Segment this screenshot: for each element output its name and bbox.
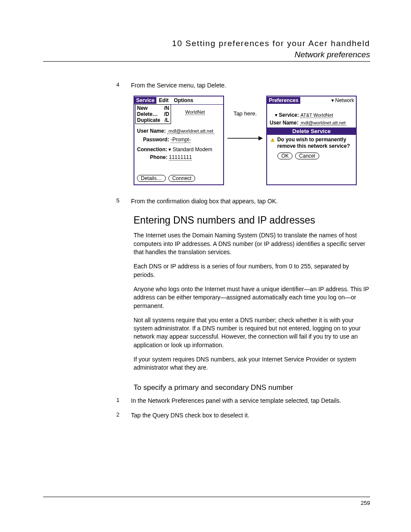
menu-edit[interactable]: Edit bbox=[156, 97, 171, 103]
step-text: In the Network Preferences panel with a … bbox=[131, 397, 370, 405]
row-username: User Name: mdl@worldnet.att.net bbox=[270, 120, 353, 126]
illustration-row: Service Edit Options New/N Delete…/D Dup… bbox=[134, 96, 370, 185]
row-username: User Name: mdl@worldnet.att.net bbox=[137, 128, 221, 134]
step-5: 5 From the confirmation dialog box that … bbox=[116, 197, 370, 205]
tap-here-label: Tap here. bbox=[234, 110, 257, 117]
header-chapter: 10 Setting preferences for your Acer han… bbox=[43, 39, 370, 48]
running-header: 10 Setting preferences for your Acer han… bbox=[43, 39, 370, 62]
username-value[interactable]: mdl@worldnet.att.net bbox=[167, 128, 215, 134]
details-button[interactable]: Details… bbox=[137, 175, 166, 182]
step-text: Tap the Query DNS check box to deselect … bbox=[131, 411, 370, 420]
arrow-icon bbox=[227, 136, 263, 141]
phone-value[interactable]: 11111111 bbox=[169, 154, 192, 161]
step-number: 4 bbox=[116, 81, 131, 90]
username-value[interactable]: mdl@worldnet.att.net bbox=[300, 120, 346, 126]
section-p4: Not all systems require that you enter a… bbox=[134, 316, 370, 349]
connect-button[interactable]: Connect bbox=[168, 175, 196, 182]
page-footer: 259 bbox=[43, 497, 370, 506]
warning-icon bbox=[271, 137, 275, 143]
step-text: From the Service menu, tap Delete. bbox=[131, 81, 370, 90]
subsection-heading: To specify a primary and secondary DNS n… bbox=[134, 383, 370, 392]
page-number: 259 bbox=[361, 500, 370, 506]
step-number: 1 bbox=[116, 397, 131, 405]
section-p2: Each DNS or IP address is a series of fo… bbox=[134, 262, 370, 279]
confirm-dialog: Do you wish to permanently remove this n… bbox=[271, 137, 353, 149]
svg-rect-3 bbox=[272, 139, 273, 140]
row-phone: Phone: 11111111 bbox=[150, 154, 221, 161]
step-number: 5 bbox=[116, 197, 131, 205]
palm-menubar: Service Edit Options bbox=[134, 96, 223, 105]
section-heading: Entering DNS numbers and IP addresses bbox=[134, 214, 370, 227]
dropdown-icon[interactable]: ▾ bbox=[275, 112, 277, 118]
step-text: From the confirmation dialog box that ap… bbox=[131, 197, 370, 205]
delete-service-banner: Delete Service bbox=[267, 128, 356, 135]
section-p3: Anyone who logs onto the Internet must h… bbox=[134, 285, 370, 310]
service-dropdown: New/N Delete…/D Duplicate/L bbox=[135, 104, 171, 124]
service-value[interactable]: AT&T WorldNet bbox=[300, 112, 333, 118]
step-4: 4 From the Service menu, tap Delete. bbox=[116, 81, 370, 90]
header-section: Network preferences bbox=[43, 50, 370, 59]
palm-screenshot-left: Service Edit Options New/N Delete…/D Dup… bbox=[134, 96, 224, 185]
preferences-title: Preferences bbox=[267, 97, 300, 104]
confirm-text: Do you wish to permanently remove this n… bbox=[277, 137, 353, 149]
password-value[interactable]: -Prompt- bbox=[171, 137, 191, 143]
step-number: 2 bbox=[116, 411, 131, 420]
cancel-button[interactable]: Cancel bbox=[295, 152, 319, 159]
ok-button[interactable]: OK bbox=[277, 152, 293, 159]
service-value-under-menu: WorldNet bbox=[185, 109, 205, 115]
row-connection: Connection: ▾ Standard Modem bbox=[137, 146, 221, 152]
section-dns: Entering DNS numbers and IP addresses Th… bbox=[134, 214, 370, 393]
menu-item-delete[interactable]: Delete…/D bbox=[137, 111, 169, 117]
svg-rect-4 bbox=[272, 141, 273, 141]
svg-marker-1 bbox=[258, 136, 263, 140]
illustration-annotation: Tap here. bbox=[227, 96, 263, 141]
substep-2: 2 Tap the Query DNS check box to deselec… bbox=[116, 411, 370, 420]
menu-service[interactable]: Service bbox=[134, 97, 156, 104]
section-p1: The Internet uses the Domain Naming Syst… bbox=[134, 231, 370, 256]
panel-selector[interactable]: ▾ Network bbox=[331, 97, 356, 103]
section-p5: If your system requires DNS numbers, ask… bbox=[134, 355, 370, 372]
row-service: ▾ Service: AT&T WorldNet bbox=[275, 112, 353, 118]
menu-item-new[interactable]: New/N bbox=[137, 105, 169, 111]
dropdown-icon[interactable]: ▾ bbox=[168, 146, 171, 152]
row-password: Password: -Prompt- bbox=[143, 137, 221, 143]
connection-value[interactable]: Standard Modem bbox=[173, 146, 212, 152]
menu-item-duplicate[interactable]: Duplicate/L bbox=[137, 117, 169, 123]
palm-screenshot-right: Preferences ▾ Network ▾ Service: AT&T Wo… bbox=[266, 96, 357, 185]
menu-options[interactable]: Options bbox=[171, 97, 196, 103]
substep-1: 1 In the Network Preferences panel with … bbox=[116, 397, 370, 405]
